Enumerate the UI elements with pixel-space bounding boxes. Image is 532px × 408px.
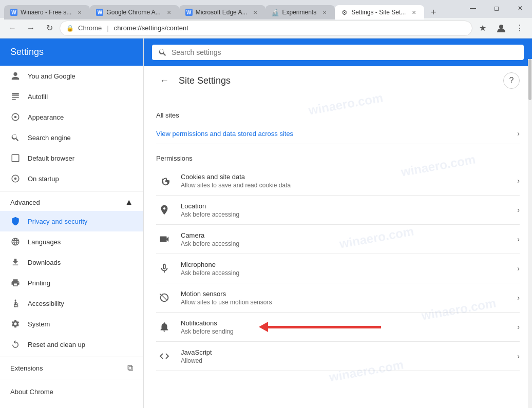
view-permissions-link[interactable]: View permissions and data stored across …	[156, 123, 520, 144]
minimize-button[interactable]: —	[461, 0, 485, 16]
sidebar-item-default-browser[interactable]: Default browser	[0, 148, 143, 168]
tab-label-chrome: Google Chrome A...	[106, 9, 160, 16]
permission-camera[interactable]: Camera Ask before accessing ›	[156, 225, 520, 254]
arrow-head-icon	[259, 322, 268, 332]
camera-subtitle: Ask before accessing	[181, 240, 509, 247]
system-icon	[10, 319, 21, 329]
sidebar-item-you-and-google[interactable]: You and Google	[0, 66, 143, 86]
close-button[interactable]: ✕	[508, 0, 532, 16]
tab-close-experiments[interactable]: ✕	[320, 8, 329, 16]
sidebar-item-on-startup[interactable]: On startup	[0, 168, 143, 189]
microphone-chevron-icon: ›	[517, 264, 520, 273]
tab-winaero[interactable]: W Winaero - Free s... ✕	[4, 5, 90, 20]
sidebar-label-about-chrome: About Chrome	[10, 388, 53, 396]
extensions-label: Extensions	[10, 364, 43, 372]
svg-point-1	[14, 116, 17, 119]
tab-favicon-chrome: W	[96, 9, 103, 16]
sidebar-label-autofill: Autofill	[28, 93, 48, 101]
profile-button[interactable]	[493, 20, 509, 36]
view-permissions-anchor[interactable]: View permissions and data stored across …	[156, 130, 293, 138]
sidebar-item-downloads[interactable]: Downloads	[0, 252, 143, 273]
permission-location[interactable]: Location Ask before accessing ›	[156, 196, 520, 225]
scrollbar[interactable]	[528, 59, 532, 408]
sidebar-divider-advanced	[0, 191, 143, 191]
microphone-subtitle: Ask before accessing	[181, 269, 509, 277]
sidebar-item-autofill[interactable]: Autofill	[0, 86, 143, 107]
sidebar-item-privacy-security[interactable]: Privacy and security	[0, 211, 143, 231]
motion-sensors-icon	[156, 289, 173, 306]
tab-close-winaero[interactable]: ✕	[75, 8, 84, 16]
sidebar-advanced-section[interactable]: Advanced ▲	[0, 193, 143, 211]
page-title: Site Settings	[179, 75, 231, 86]
back-navigation-button[interactable]: ←	[156, 72, 173, 89]
cookies-icon	[156, 172, 173, 189]
search-bar	[144, 38, 532, 66]
new-tab-button[interactable]: +	[426, 5, 441, 20]
tab-edge[interactable]: W Microsoft Edge A... ✕	[179, 5, 266, 20]
back-button[interactable]: ←	[4, 20, 21, 36]
sidebar-item-search-engine[interactable]: Search engine	[0, 127, 143, 148]
notifications-chevron-icon: ›	[517, 323, 520, 331]
tab-chrome-announce[interactable]: W Google Chrome A... ✕	[90, 5, 179, 20]
search-input-wrap[interactable]	[152, 45, 524, 60]
motion-sensors-info: Motion sensors Allow sites to use motion…	[181, 290, 509, 306]
sidebar-item-system[interactable]: System	[0, 314, 143, 334]
location-subtitle: Ask before accessing	[181, 211, 509, 218]
accessibility-icon	[10, 298, 21, 308]
cookies-chevron-icon: ›	[517, 177, 520, 185]
svg-point-7	[163, 182, 164, 183]
sidebar-label-downloads: Downloads	[28, 259, 61, 266]
permission-motion-sensors[interactable]: Motion sensors Allow sites to use motion…	[156, 283, 520, 313]
restore-button[interactable]: ◻	[485, 0, 508, 16]
tab-close-settings[interactable]: ✕	[410, 8, 418, 16]
sidebar-extensions-section[interactable]: Extensions ⧉	[0, 359, 143, 377]
camera-icon	[156, 231, 173, 247]
address-bar[interactable]: 🔒 Chrome | chrome://settings/content	[60, 21, 472, 36]
motion-sensors-title: Motion sensors	[181, 290, 509, 298]
sidebar-divider-about	[0, 379, 143, 379]
lock-icon: 🔒	[66, 25, 74, 32]
extensions-external-icon: ⧉	[127, 363, 133, 373]
cookies-subtitle: Allow sites to save and read cookie data	[181, 182, 509, 189]
all-sites-section-label: All sites	[156, 111, 520, 119]
page-title-row: ← Site Settings ?	[144, 66, 532, 95]
tab-close-chrome[interactable]: ✕	[165, 8, 173, 16]
sidebar-label-reset-cleanup: Reset and clean up	[28, 341, 85, 348]
permission-microphone[interactable]: Microphone Ask before accessing ›	[156, 254, 520, 283]
menu-button[interactable]: ⋮	[511, 20, 528, 36]
reload-button[interactable]: ↻	[41, 20, 58, 36]
search-input[interactable]	[172, 48, 518, 56]
javascript-icon	[156, 348, 173, 364]
permission-javascript[interactable]: JavaScript Allowed ›	[156, 342, 520, 371]
tab-label-experiments: Experiments	[282, 9, 316, 16]
camera-info: Camera Ask before accessing	[181, 231, 509, 247]
sidebar-item-languages[interactable]: Languages	[0, 231, 143, 252]
tab-close-edge[interactable]: ✕	[251, 8, 259, 16]
help-button[interactable]: ?	[503, 72, 520, 89]
view-permissions-text: View permissions and data stored across …	[156, 130, 517, 138]
sidebar-item-printing[interactable]: Printing	[0, 273, 143, 293]
tab-favicon-winaero: W	[10, 9, 17, 16]
svg-rect-2	[12, 154, 19, 162]
sidebar-item-about-chrome[interactable]: About Chrome	[0, 381, 143, 402]
address-separator: |	[107, 24, 108, 32]
microphone-icon	[156, 260, 173, 277]
tab-settings[interactable]: ⚙ Settings - Site Set... ✕	[335, 5, 424, 20]
svg-point-3	[14, 178, 17, 180]
camera-chevron-icon: ›	[517, 235, 520, 243]
permission-notifications[interactable]: Notifications Ask before sending ›	[156, 313, 520, 342]
view-permissions-chevron-icon: ›	[517, 129, 520, 138]
forward-button[interactable]: →	[23, 20, 39, 36]
tab-experiments[interactable]: 🔬 Experiments ✕	[265, 5, 335, 20]
sidebar-label-accessibility: Accessibility	[28, 300, 64, 307]
sidebar-title: Settings	[0, 38, 143, 66]
sidebar-item-appearance[interactable]: Appearance	[0, 107, 143, 127]
bookmark-button[interactable]: ★	[474, 20, 491, 36]
notifications-icon	[156, 319, 173, 335]
scrollbar-thumb[interactable]	[528, 59, 531, 100]
permission-cookies[interactable]: Cookies and site data Allow sites to sav…	[156, 166, 520, 196]
sidebar-item-reset-cleanup[interactable]: Reset and clean up	[0, 334, 143, 355]
sidebar-item-accessibility[interactable]: Accessibility	[0, 293, 143, 314]
svg-point-0	[499, 25, 503, 29]
camera-title: Camera	[181, 231, 509, 239]
